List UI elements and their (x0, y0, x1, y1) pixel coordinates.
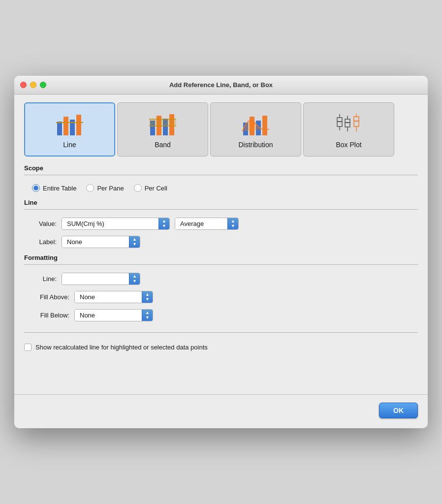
scope-label: Scope (24, 164, 418, 172)
fill-below-arrow-up[interactable]: ▲ (145, 311, 150, 315)
scope-per-pane-radio[interactable] (86, 184, 94, 192)
aggregation-select[interactable]: Average ▲ ▼ (175, 218, 239, 230)
line-style-select[interactable]: ▲ ▼ (62, 273, 140, 285)
aggregation-text: Average (175, 218, 227, 229)
window-title: Add Reference Line, Band, or Box (169, 81, 273, 89)
tab-boxplot-icon (334, 111, 364, 138)
minimize-button[interactable] (30, 82, 36, 88)
scope-per-cell[interactable]: Per Cell (134, 184, 167, 192)
scope-per-pane-label: Per Pane (97, 185, 124, 192)
svg-rect-0 (57, 122, 62, 135)
title-bar: Add Reference Line, Band, or Box (14, 76, 428, 94)
tab-line-icon (55, 111, 85, 138)
fill-above-arrow-up[interactable]: ▲ (145, 292, 150, 297)
fill-below-row: Fill Below: None ▲ ▼ (24, 306, 418, 324)
value-field-arrows[interactable]: ▲ ▼ (158, 218, 169, 229)
aggregation-arrows[interactable]: ▲ ▼ (227, 218, 238, 229)
line-section-label: Line (24, 199, 418, 206)
scope-per-cell-radio[interactable] (134, 184, 142, 192)
tab-band-label: Band (155, 141, 171, 149)
label-arrow-up[interactable]: ▲ (132, 237, 137, 242)
scope-section: Scope Entire Table Per Pane Per Cell (24, 164, 418, 196)
fill-below-label: Fill Below: (32, 312, 69, 319)
fill-above-text: None (75, 291, 142, 303)
tab-band-icon (148, 111, 178, 138)
svg-rect-15 (262, 116, 267, 135)
maximize-button[interactable] (40, 82, 46, 88)
bottom-separator (24, 332, 418, 333)
fill-above-label: Fill Above: (32, 293, 69, 301)
svg-rect-9 (149, 119, 176, 126)
line-style-row: Line: ▲ ▼ (24, 270, 418, 288)
label-arrow-down[interactable]: ▼ (132, 242, 137, 247)
checkbox-section: Show recalculated line for highlighted o… (24, 338, 418, 355)
tab-band[interactable]: Band (117, 102, 208, 157)
label-field-arrows[interactable]: ▲ ▼ (129, 236, 140, 248)
line-style-arrows[interactable]: ▲ ▼ (129, 273, 140, 284)
formatting-label: Formatting (24, 254, 418, 261)
traffic-lights (20, 82, 46, 88)
ok-button[interactable]: OK (379, 403, 418, 418)
linestyle-arrow-up[interactable]: ▲ (132, 274, 137, 279)
tab-distribution[interactable]: Distribution (210, 102, 301, 157)
value-row: Value: SUM(Cmj %) ▲ ▼ Average ▲ ▼ (24, 215, 418, 233)
svg-rect-3 (76, 115, 81, 135)
dialog-content: Line Band (14, 94, 428, 365)
scope-per-pane[interactable]: Per Pane (86, 184, 124, 192)
linestyle-arrow-down[interactable]: ▼ (132, 279, 137, 284)
line-style-label: Line: (32, 275, 57, 283)
value-field-select[interactable]: SUM(Cmj %) ▲ ▼ (62, 218, 170, 230)
value-field-text: SUM(Cmj %) (62, 218, 158, 229)
fill-above-arrow-down[interactable]: ▼ (145, 297, 150, 302)
tab-boxplot[interactable]: Box Plot (303, 102, 394, 157)
tab-bar: Line Band (24, 102, 418, 157)
svg-rect-2 (70, 120, 75, 135)
line-style-preview-area (62, 273, 129, 284)
agg-arrow-down[interactable]: ▼ (231, 224, 235, 228)
fill-above-arrows[interactable]: ▲ ▼ (142, 291, 153, 303)
scope-entire-table-label: Entire Table (43, 185, 76, 192)
label-label: Label: (32, 238, 57, 246)
scope-entire-table-radio[interactable] (32, 184, 40, 192)
scope-entire-table[interactable]: Entire Table (32, 184, 76, 192)
value-arrow-up[interactable]: ▲ (162, 219, 166, 223)
formatting-section: Formatting Line: ▲ ▼ Fill Above: (24, 254, 418, 324)
tab-distribution-label: Distribution (238, 141, 273, 149)
formatting-separator (24, 264, 418, 265)
tab-boxplot-label: Box Plot (336, 141, 361, 149)
agg-arrow-up[interactable]: ▲ (231, 219, 235, 223)
svg-rect-1 (63, 117, 68, 135)
fill-below-arrows[interactable]: ▲ ▼ (142, 310, 153, 321)
fill-below-select[interactable]: None ▲ ▼ (74, 309, 153, 321)
label-row: Label: None ▲ ▼ (24, 233, 418, 251)
bottom-bar: OK (14, 394, 428, 428)
scope-radio-group: Entire Table Per Pane Per Cell (24, 180, 418, 196)
close-button[interactable] (20, 82, 27, 88)
label-field-select[interactable]: None ▲ ▼ (62, 236, 140, 248)
scope-separator (24, 175, 418, 175)
dialog-window: Add Reference Line, Band, or Box (14, 76, 428, 428)
tab-line-label: Line (63, 141, 76, 149)
fill-below-text: None (75, 310, 142, 321)
recalculate-checkbox-item[interactable]: Show recalculated line for highlighted o… (24, 344, 418, 351)
line-separator (24, 209, 418, 210)
value-arrow-down[interactable]: ▼ (162, 224, 166, 228)
tab-distribution-icon (241, 111, 271, 138)
value-label: Value: (32, 220, 57, 227)
fill-above-select[interactable]: None ▲ ▼ (74, 291, 153, 303)
line-section: Line Value: SUM(Cmj %) ▲ ▼ Average ▲ ▼ (24, 199, 418, 251)
fill-above-row: Fill Above: None ▲ ▼ (24, 288, 418, 306)
recalculate-label: Show recalculated line for highlighted o… (35, 344, 208, 351)
fill-below-arrow-down[interactable]: ▼ (145, 315, 150, 320)
label-field-text: None (62, 236, 129, 248)
scope-per-cell-label: Per Cell (145, 185, 167, 192)
recalculate-checkbox[interactable] (24, 344, 32, 351)
tab-line[interactable]: Line (24, 102, 115, 157)
